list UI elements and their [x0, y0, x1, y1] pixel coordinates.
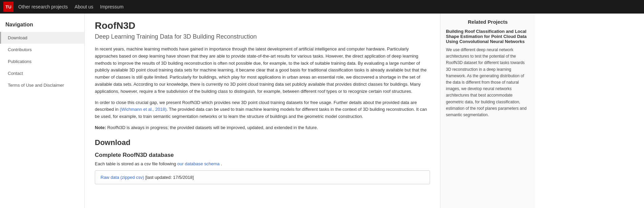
db-description-text: Each table is stored as a csv file follo…: [95, 161, 176, 166]
related-project-title: Building Roof Classification and Local S…: [446, 29, 530, 44]
db-description-end: .: [221, 161, 222, 166]
navbar: TU Other research projects About us Impr…: [0, 0, 644, 14]
sidebar-nav: Download Contributors Publications Conta…: [0, 32, 84, 91]
sidebar-item-download[interactable]: Download: [0, 32, 84, 44]
sidebar-item-terms[interactable]: Terms of Use and Disclaimer: [0, 79, 84, 91]
db-description: Each table is stored as a csv file follo…: [95, 161, 430, 166]
navbar-links: Other research projects About us Impress…: [18, 4, 124, 9]
note-content: RoofN3D is always in progress; the provi…: [107, 125, 318, 130]
sidebar-link-contact[interactable]: Contact: [0, 67, 84, 79]
note-label: Note:: [95, 125, 106, 130]
sidebar-title: Navigation: [0, 19, 84, 32]
sidebar-link-contributors[interactable]: Contributors: [0, 44, 84, 56]
reference-link[interactable]: (Wichmann et al., 2018): [120, 107, 167, 112]
download-box: Raw data (zipped csv) [last updated: 17/…: [95, 170, 430, 184]
sidebar-item-publications[interactable]: Publications: [0, 56, 84, 67]
related-project-desc: We use different deep neural network arc…: [446, 47, 530, 118]
navbar-link-about[interactable]: About us: [74, 4, 93, 9]
intro-paragraph-2: In order to close this crucial gap, we p…: [95, 99, 430, 120]
note-paragraph: Note: RoofN3D is always in progress; the…: [95, 124, 430, 131]
right-panel: Related Projects Building Roof Classific…: [440, 14, 535, 208]
main-content: RoofN3D Deep Learning Training Data for …: [85, 14, 440, 208]
page-title: RoofN3D: [95, 20, 430, 31]
sidebar-link-terms[interactable]: Terms of Use and Disclaimer: [0, 79, 84, 91]
sidebar-item-contact[interactable]: Contact: [0, 67, 84, 79]
related-projects-title: Related Projects: [446, 19, 530, 25]
sidebar-item-contributors[interactable]: Contributors: [0, 44, 84, 56]
download-heading: Download: [95, 138, 430, 147]
page-subtitle: Deep Learning Training Data for 3D Build…: [95, 33, 430, 40]
sidebar: Navigation Download Contributors Publica…: [0, 14, 85, 208]
site-logo: TU: [3, 2, 14, 12]
last-updated-text: [last updated: 17/5/2018]: [145, 175, 194, 180]
raw-data-link[interactable]: Raw data (zipped csv): [101, 175, 144, 180]
intro-paragraph-1: In recent years, machine learning method…: [95, 46, 430, 95]
db-heading: Complete RoofN3D database: [95, 152, 430, 159]
db-schema-link[interactable]: our database schema: [177, 161, 220, 166]
navbar-link-other-research[interactable]: Other research projects: [18, 4, 68, 9]
navbar-link-impressum[interactable]: Impressum: [100, 4, 124, 9]
sidebar-link-publications[interactable]: Publications: [0, 56, 84, 67]
page-wrapper: Navigation Download Contributors Publica…: [0, 14, 644, 208]
sidebar-link-download[interactable]: Download: [0, 32, 84, 44]
